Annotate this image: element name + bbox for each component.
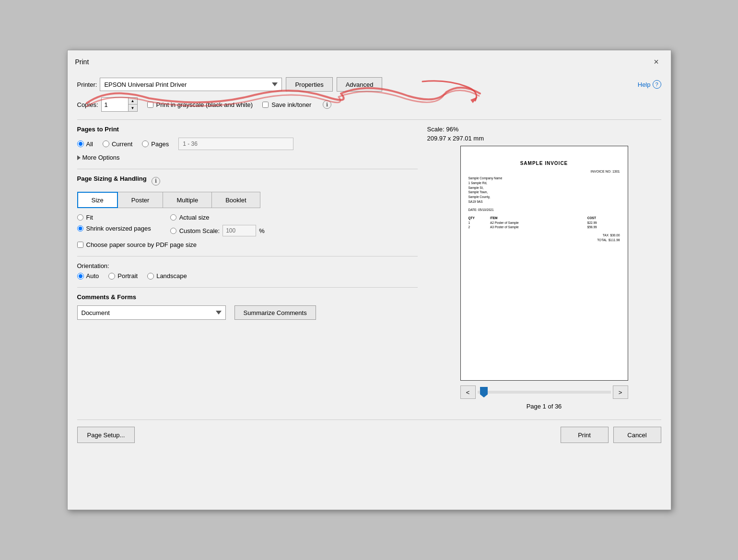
shrink-option[interactable]: Shrink oversized pages [77, 225, 151, 232]
scale-info: Scale: 96% [427, 126, 459, 133]
sizing-col-left: Fit Shrink oversized pages [77, 214, 151, 236]
pages-option[interactable]: Pages [142, 140, 169, 148]
grayscale-group: Print in grayscale (black and white) [147, 101, 253, 108]
title-bar: Print × [68, 50, 671, 72]
page-counter: Page 1 of 36 [460, 403, 628, 410]
sizing-col-right: Actual size Custom Scale: % [170, 214, 265, 236]
advanced-button[interactable]: Advanced [337, 77, 383, 92]
tab-poster[interactable]: Poster [117, 192, 164, 208]
info-icon[interactable]: ℹ [323, 100, 331, 109]
print-button[interactable]: Print [561, 427, 609, 443]
comments-select[interactable]: Document [77, 305, 226, 320]
portrait-option[interactable]: Portrait [108, 272, 138, 280]
copies-spinners: ▲ ▼ [128, 98, 137, 111]
tab-booklet[interactable]: Booklet [211, 192, 260, 208]
sizing-title-row: Page Sizing & Handling ℹ [77, 175, 418, 187]
help-icon: ? [653, 80, 661, 89]
properties-button[interactable]: Properties [286, 77, 332, 92]
fit-option[interactable]: Fit [77, 214, 151, 221]
scale-label: Scale: [427, 126, 445, 133]
dialog-body: Printer: EPSON Universal Print Driver Pr… [68, 72, 671, 453]
pages-radio-row: All Current Pages [77, 138, 418, 150]
pages-radio[interactable] [142, 140, 149, 147]
pages-radio-label: Pages [151, 140, 169, 148]
all-pages-label: All [86, 140, 93, 148]
print-dialog: Print × Printer: EPSON Universal Print D… [67, 50, 671, 510]
pages-to-print-section: Pages to Print All Current Pages [77, 126, 418, 161]
copies-down-button[interactable]: ▼ [129, 105, 137, 111]
custom-scale-radio[interactable] [170, 228, 176, 234]
page-preview: SAMPLE INVOICE INVOICE NO: 1301 Sample C… [460, 146, 628, 381]
save-ink-checkbox[interactable] [262, 102, 269, 108]
nav-row: < > [460, 385, 628, 399]
actual-size-option[interactable]: Actual size [170, 214, 265, 221]
all-pages-option[interactable]: All [77, 140, 93, 148]
tab-multiple[interactable]: Multiple [163, 192, 212, 208]
sizing-info-icon[interactable]: ℹ [152, 177, 160, 186]
bottom-bar: Page Setup... Print Cancel [77, 420, 661, 443]
invoice-no: INVOICE NO: 1301 [591, 170, 620, 173]
sizing-options: Fit Shrink oversized pages Actual size [77, 214, 418, 236]
tab-size[interactable]: Size [77, 192, 118, 208]
dialog-title: Print [75, 58, 89, 66]
current-page-label: Current [112, 140, 132, 148]
summarize-comments-button[interactable]: Summarize Comments [234, 305, 316, 320]
auto-orientation-radio[interactable] [77, 273, 84, 280]
main-layout: Pages to Print All Current Pages [77, 126, 661, 410]
page-setup-button[interactable]: Page Setup... [77, 427, 135, 443]
more-options-button[interactable]: More Options [77, 154, 120, 161]
fit-radio[interactable] [77, 214, 83, 221]
page-sizing-section: Page Sizing & Handling ℹ Size Poster Mul… [77, 175, 418, 248]
more-options-label: More Options [82, 154, 120, 161]
choose-paper-label: Choose paper source by PDF page size [86, 241, 197, 248]
portrait-label: Portrait [117, 272, 138, 280]
auto-orientation-option[interactable]: Auto [77, 272, 99, 280]
prev-page-button[interactable]: < [460, 385, 476, 399]
choose-paper-checkbox[interactable] [77, 242, 83, 248]
next-page-button[interactable]: > [613, 385, 628, 399]
fit-label: Fit [86, 214, 93, 221]
sizing-section-title: Page Sizing & Handling [77, 175, 147, 182]
custom-scale-option[interactable]: Custom Scale: [170, 227, 220, 234]
divider-4 [77, 287, 418, 288]
current-page-option[interactable]: Current [103, 140, 132, 148]
pages-input[interactable] [178, 138, 293, 150]
pages-section-title: Pages to Print [77, 126, 418, 133]
save-ink-label: Save ink/toner [271, 101, 311, 108]
actual-size-label: Actual size [179, 214, 210, 221]
copies-up-button[interactable]: ▲ [129, 98, 137, 105]
sizing-tabs: Size Poster Multiple Booklet [77, 192, 418, 208]
bottom-right-buttons: Print Cancel [561, 427, 661, 443]
divider-3 [77, 256, 418, 257]
cancel-button[interactable]: Cancel [613, 427, 661, 443]
copies-row: Copies: ▲ ▼ Print in grayscale (black an… [77, 97, 661, 112]
orientation-label: Orientation: [77, 262, 109, 269]
right-panel: Scale: 96% 209.97 x 297.01 mm SAMPLE INV… [427, 126, 661, 410]
left-panel: Pages to Print All Current Pages [77, 126, 418, 410]
choose-paper-row: Choose paper source by PDF page size [77, 241, 418, 248]
printer-label: Printer: [77, 81, 97, 88]
invoice-table: QTY ITEM COST 1 A2 Poster of Sample $22.… [469, 216, 620, 229]
printer-select[interactable]: EPSON Universal Print Driver [100, 78, 282, 91]
preview-area: Scale: 96% 209.97 x 297.01 mm SAMPLE INV… [427, 126, 661, 410]
portrait-radio[interactable] [108, 273, 115, 280]
invoice-title: SAMPLE INVOICE [520, 161, 568, 166]
actual-size-radio[interactable] [170, 214, 176, 221]
percent-unit: % [259, 227, 265, 234]
custom-scale-row: Custom Scale: % [170, 225, 265, 236]
divider-1 [77, 119, 661, 120]
custom-scale-input[interactable] [223, 225, 256, 236]
scale-value: 96% [446, 126, 458, 133]
shrink-radio[interactable] [77, 225, 83, 232]
landscape-option[interactable]: Landscape [147, 272, 187, 280]
landscape-radio[interactable] [147, 273, 154, 280]
all-pages-radio[interactable] [77, 140, 84, 147]
help-link[interactable]: Help ? [638, 80, 661, 89]
copies-input[interactable] [102, 98, 128, 111]
orientation-section: Orientation: Auto Portrait Landscape [77, 262, 418, 280]
close-button[interactable]: × [650, 55, 663, 69]
custom-scale-label: Custom Scale: [179, 227, 220, 234]
comments-row: Document Summarize Comments [77, 305, 418, 320]
grayscale-checkbox[interactable] [147, 102, 153, 108]
current-page-radio[interactable] [103, 140, 109, 147]
